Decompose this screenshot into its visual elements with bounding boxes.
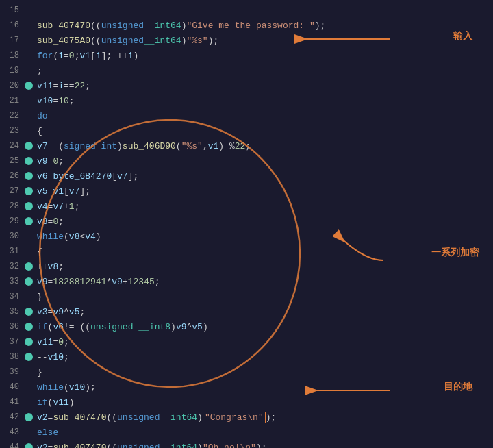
code-token: do: [37, 111, 48, 121]
code-token: v11: [37, 337, 53, 347]
code-token: 0: [58, 337, 64, 347]
no-dot: [25, 127, 33, 135]
code-token: v7: [37, 141, 48, 151]
line-number: 36: [0, 322, 25, 332]
code-line-15: 15: [0, 3, 493, 18]
code-token: signed int: [64, 141, 117, 151]
code-token: ;: [64, 337, 69, 347]
code-token: ;: [79, 307, 85, 317]
code-token: =: [48, 156, 53, 166]
code-line-27: 27 v5 = v1[v7];: [0, 184, 493, 199]
code-token: +: [123, 277, 128, 287]
code-token: ): [203, 322, 208, 332]
code-token: i: [128, 51, 134, 61]
code-token: ==: [64, 81, 75, 91]
code-token: =: [48, 412, 53, 423]
encrypt-annotation: 一系列加密: [431, 247, 479, 259]
code-token: v11: [37, 81, 53, 91]
breakpoint-dot: [25, 308, 33, 316]
code-token: ;: [75, 51, 80, 61]
line-number: 44: [0, 443, 25, 448]
code-token: 22: [75, 81, 86, 91]
code-token: "Congras\n": [203, 412, 266, 423]
no-dot: [25, 428, 33, 436]
code-token: sub_407470: [53, 412, 106, 423]
line-number: 39: [0, 367, 25, 377]
code-token: ];: [79, 186, 90, 197]
code-area: 1516 sub_407470((unsigned __int64)"Give …: [0, 0, 493, 448]
code-token: "%s": [181, 141, 203, 151]
code-token: (: [64, 382, 69, 393]
code-token: v1: [79, 51, 90, 61]
code-token: v8: [48, 262, 59, 272]
code-token: v10: [69, 382, 85, 393]
code-token: ;: [58, 156, 64, 166]
code-token: );: [266, 412, 277, 423]
code-token: __int64: [144, 36, 181, 46]
code-token: =: [48, 307, 53, 317]
line-number: 37: [0, 337, 25, 347]
code-line-24: 24 v7 = (signed int)sub_406D90("%s", v1)…: [0, 138, 493, 153]
code-line-31: 31 {: [0, 244, 493, 259]
code-token: 0: [53, 156, 58, 166]
breakpoint-dot: [25, 353, 33, 361]
no-dot: [25, 383, 33, 391]
code-token: ];: [128, 171, 139, 182]
no-dot: [25, 293, 33, 301]
code-token: ]; ++: [101, 51, 128, 61]
code-token: i: [58, 51, 64, 61]
code-line-21: 21 v10 = 10;: [0, 93, 493, 108]
code-token: v1: [53, 186, 64, 197]
code-token: sub_4075A0: [37, 36, 90, 46]
code-token: v11: [53, 397, 68, 408]
code-token: while: [37, 382, 64, 393]
breakpoint-dot: [25, 413, 33, 421]
line-number: 19: [0, 66, 25, 75]
code-token: );: [315, 21, 326, 31]
code-token: 0: [69, 51, 75, 61]
code-token: =: [48, 201, 53, 212]
code-token: =: [64, 51, 69, 61]
code-line-33: 33 v9 = 1828812941 * v9 + 12345;: [0, 274, 493, 289]
code-token: sub_407470: [37, 21, 90, 31]
line-number: 30: [0, 232, 25, 241]
code-line-18: 18 for ( i = 0; v1[i]; ++i ): [0, 48, 493, 63]
line-number: 34: [0, 292, 25, 301]
code-token: =: [48, 277, 53, 287]
line-number: 33: [0, 277, 25, 286]
line-number: 25: [0, 156, 25, 166]
code-token: if: [37, 397, 48, 408]
code-token: (: [64, 232, 69, 242]
code-token: v9: [37, 156, 48, 166]
code-token: ;: [58, 262, 64, 272]
line-number: 35: [0, 307, 25, 316]
code-token: ;: [64, 352, 69, 362]
breakpoint-dot: [25, 277, 33, 286]
code-token: __int64: [160, 412, 197, 423]
code-token: =: [53, 81, 58, 91]
code-token: );: [85, 382, 96, 393]
code-token: =: [53, 337, 58, 347]
code-token: 22: [235, 141, 246, 151]
line-number: 29: [0, 216, 25, 226]
code-token: 12345: [128, 277, 155, 287]
code-token: 10: [58, 96, 69, 106]
code-line-22: 22 do: [0, 108, 493, 123]
code-token: v3: [37, 307, 48, 317]
breakpoint-dot: [25, 157, 33, 165]
code-token: [: [112, 171, 117, 182]
line-number: 41: [0, 397, 25, 407]
code-line-29: 29 v8 = 0;: [0, 214, 493, 229]
no-dot: [25, 398, 33, 406]
line-number: 22: [0, 111, 25, 121]
code-token: =: [48, 186, 53, 197]
code-line-26: 26 v6 = byte_6B4270[v7];: [0, 169, 493, 184]
code-token: __int64: [144, 21, 181, 31]
no-dot: [25, 6, 33, 14]
code-token: v9: [53, 307, 64, 317]
breakpoint-dot: [25, 443, 33, 448]
code-token: ((: [90, 36, 101, 46]
breakpoint-dot: [25, 172, 33, 180]
code-token: ): [181, 21, 187, 31]
line-number: 32: [0, 262, 25, 271]
